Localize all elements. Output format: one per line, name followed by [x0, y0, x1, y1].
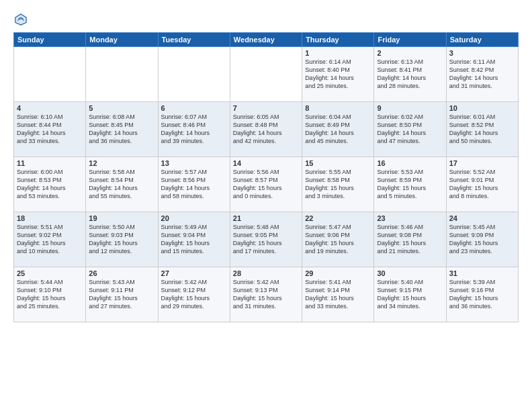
day-info: Sunrise: 5:42 AM Sunset: 9:13 PM Dayligh… — [233, 278, 299, 311]
calendar-cell: 13Sunrise: 5:57 AM Sunset: 8:56 PM Dayli… — [158, 157, 230, 212]
calendar-cell — [86, 47, 158, 102]
day-number: 18 — [17, 214, 83, 222]
day-info: Sunrise: 6:10 AM Sunset: 8:44 PM Dayligh… — [17, 113, 83, 146]
logo — [13, 11, 31, 27]
calendar-cell: 6Sunrise: 6:07 AM Sunset: 8:46 PM Daylig… — [158, 102, 230, 157]
day-info: Sunrise: 5:40 AM Sunset: 9:15 PM Dayligh… — [377, 278, 443, 311]
day-number: 4 — [17, 104, 83, 112]
day-number: 26 — [89, 269, 154, 277]
calendar-cell: 8Sunrise: 6:04 AM Sunset: 8:49 PM Daylig… — [302, 102, 374, 157]
day-number: 9 — [377, 104, 443, 112]
calendar-cell: 9Sunrise: 6:02 AM Sunset: 8:50 PM Daylig… — [374, 102, 446, 157]
calendar-week: 4Sunrise: 6:10 AM Sunset: 8:44 PM Daylig… — [14, 102, 519, 157]
day-number: 31 — [449, 269, 515, 277]
header-day: Wednesday — [230, 33, 302, 47]
calendar-week: 1Sunrise: 6:14 AM Sunset: 8:40 PM Daylig… — [14, 47, 519, 102]
calendar-header: SundayMondayTuesdayWednesdayThursdayFrid… — [14, 33, 519, 47]
day-number: 29 — [305, 269, 371, 277]
calendar-cell: 31Sunrise: 5:39 AM Sunset: 9:16 PM Dayli… — [446, 267, 518, 322]
calendar-week: 11Sunrise: 6:00 AM Sunset: 8:53 PM Dayli… — [14, 157, 519, 212]
calendar-week: 25Sunrise: 5:44 AM Sunset: 9:10 PM Dayli… — [14, 267, 519, 322]
day-number: 21 — [233, 214, 299, 222]
day-number: 13 — [161, 159, 227, 167]
day-info: Sunrise: 6:08 AM Sunset: 8:45 PM Dayligh… — [89, 113, 154, 146]
calendar-cell: 20Sunrise: 5:49 AM Sunset: 9:04 PM Dayli… — [158, 212, 230, 267]
day-info: Sunrise: 5:48 AM Sunset: 9:05 PM Dayligh… — [233, 223, 299, 256]
day-info: Sunrise: 5:47 AM Sunset: 9:06 PM Dayligh… — [305, 223, 371, 256]
day-info: Sunrise: 6:07 AM Sunset: 8:46 PM Dayligh… — [161, 113, 227, 146]
day-info: Sunrise: 5:49 AM Sunset: 9:04 PM Dayligh… — [161, 223, 227, 256]
day-info: Sunrise: 6:01 AM Sunset: 8:52 PM Dayligh… — [449, 113, 515, 146]
calendar-cell: 30Sunrise: 5:40 AM Sunset: 9:15 PM Dayli… — [374, 267, 446, 322]
day-info: Sunrise: 5:43 AM Sunset: 9:11 PM Dayligh… — [89, 278, 154, 311]
day-number: 1 — [305, 49, 371, 57]
calendar-cell: 28Sunrise: 5:42 AM Sunset: 9:13 PM Dayli… — [230, 267, 302, 322]
calendar-cell — [230, 47, 302, 102]
day-number: 28 — [233, 269, 299, 277]
calendar-cell: 5Sunrise: 6:08 AM Sunset: 8:45 PM Daylig… — [86, 102, 158, 157]
day-info: Sunrise: 5:41 AM Sunset: 9:14 PM Dayligh… — [305, 278, 371, 311]
day-info: Sunrise: 5:45 AM Sunset: 9:09 PM Dayligh… — [449, 223, 515, 256]
day-number: 25 — [17, 269, 83, 277]
calendar-cell: 12Sunrise: 5:58 AM Sunset: 8:54 PM Dayli… — [86, 157, 158, 212]
day-info: Sunrise: 6:05 AM Sunset: 8:48 PM Dayligh… — [233, 113, 299, 146]
day-info: Sunrise: 5:42 AM Sunset: 9:12 PM Dayligh… — [161, 278, 227, 311]
calendar-cell: 11Sunrise: 6:00 AM Sunset: 8:53 PM Dayli… — [14, 157, 86, 212]
header-day: Sunday — [14, 33, 86, 47]
day-info: Sunrise: 6:00 AM Sunset: 8:53 PM Dayligh… — [17, 168, 83, 201]
day-info: Sunrise: 5:56 AM Sunset: 8:57 PM Dayligh… — [233, 168, 299, 201]
day-info: Sunrise: 5:50 AM Sunset: 9:03 PM Dayligh… — [89, 223, 154, 256]
page: SundayMondayTuesdayWednesdayThursdayFrid… — [0, 0, 532, 411]
day-info: Sunrise: 6:04 AM Sunset: 8:49 PM Dayligh… — [305, 113, 371, 146]
day-number: 10 — [449, 104, 515, 112]
day-number: 8 — [305, 104, 371, 112]
day-number: 15 — [305, 159, 371, 167]
calendar-cell: 27Sunrise: 5:42 AM Sunset: 9:12 PM Dayli… — [158, 267, 230, 322]
day-number: 3 — [449, 49, 515, 57]
day-info: Sunrise: 6:13 AM Sunset: 8:41 PM Dayligh… — [377, 58, 443, 91]
day-info: Sunrise: 6:02 AM Sunset: 8:50 PM Dayligh… — [377, 113, 443, 146]
day-info: Sunrise: 6:11 AM Sunset: 8:42 PM Dayligh… — [449, 58, 515, 91]
calendar-cell: 16Sunrise: 5:53 AM Sunset: 8:59 PM Dayli… — [374, 157, 446, 212]
day-info: Sunrise: 5:55 AM Sunset: 8:58 PM Dayligh… — [305, 168, 371, 201]
day-info: Sunrise: 5:46 AM Sunset: 9:08 PM Dayligh… — [377, 223, 443, 256]
calendar-body: 1Sunrise: 6:14 AM Sunset: 8:40 PM Daylig… — [14, 47, 519, 322]
day-number: 2 — [377, 49, 443, 57]
calendar-cell: 18Sunrise: 5:51 AM Sunset: 9:02 PM Dayli… — [14, 212, 86, 267]
calendar-cell: 3Sunrise: 6:11 AM Sunset: 8:42 PM Daylig… — [446, 47, 518, 102]
calendar-cell: 15Sunrise: 5:55 AM Sunset: 8:58 PM Dayli… — [302, 157, 374, 212]
day-number: 27 — [161, 269, 227, 277]
day-number: 5 — [89, 104, 154, 112]
day-number: 23 — [377, 214, 443, 222]
calendar-cell: 25Sunrise: 5:44 AM Sunset: 9:10 PM Dayli… — [14, 267, 86, 322]
calendar-cell: 2Sunrise: 6:13 AM Sunset: 8:41 PM Daylig… — [374, 47, 446, 102]
calendar-cell: 14Sunrise: 5:56 AM Sunset: 8:57 PM Dayli… — [230, 157, 302, 212]
calendar-cell — [14, 47, 86, 102]
day-number: 6 — [161, 104, 227, 112]
calendar-cell: 21Sunrise: 5:48 AM Sunset: 9:05 PM Dayli… — [230, 212, 302, 267]
day-number: 24 — [449, 214, 515, 222]
day-number: 14 — [233, 159, 299, 167]
day-number: 16 — [377, 159, 443, 167]
calendar-cell: 4Sunrise: 6:10 AM Sunset: 8:44 PM Daylig… — [14, 102, 86, 157]
day-number: 30 — [377, 269, 443, 277]
calendar-cell: 26Sunrise: 5:43 AM Sunset: 9:11 PM Dayli… — [86, 267, 158, 322]
header — [13, 11, 519, 27]
day-number: 22 — [305, 214, 371, 222]
header-day: Thursday — [302, 33, 374, 47]
calendar-cell: 1Sunrise: 6:14 AM Sunset: 8:40 PM Daylig… — [302, 47, 374, 102]
header-day: Friday — [374, 33, 446, 47]
day-info: Sunrise: 5:57 AM Sunset: 8:56 PM Dayligh… — [161, 168, 227, 201]
calendar-cell: 29Sunrise: 5:41 AM Sunset: 9:14 PM Dayli… — [302, 267, 374, 322]
calendar-cell: 24Sunrise: 5:45 AM Sunset: 9:09 PM Dayli… — [446, 212, 518, 267]
logo-icon — [13, 12, 28, 27]
day-info: Sunrise: 5:39 AM Sunset: 9:16 PM Dayligh… — [449, 278, 515, 311]
day-number: 17 — [449, 159, 515, 167]
calendar-week: 18Sunrise: 5:51 AM Sunset: 9:02 PM Dayli… — [14, 212, 519, 267]
day-info: Sunrise: 5:53 AM Sunset: 8:59 PM Dayligh… — [377, 168, 443, 201]
calendar-cell: 17Sunrise: 5:52 AM Sunset: 9:01 PM Dayli… — [446, 157, 518, 212]
calendar-cell — [158, 47, 230, 102]
header-day: Saturday — [446, 33, 518, 47]
day-number: 19 — [89, 214, 154, 222]
calendar: SundayMondayTuesdayWednesdayThursdayFrid… — [13, 32, 519, 322]
